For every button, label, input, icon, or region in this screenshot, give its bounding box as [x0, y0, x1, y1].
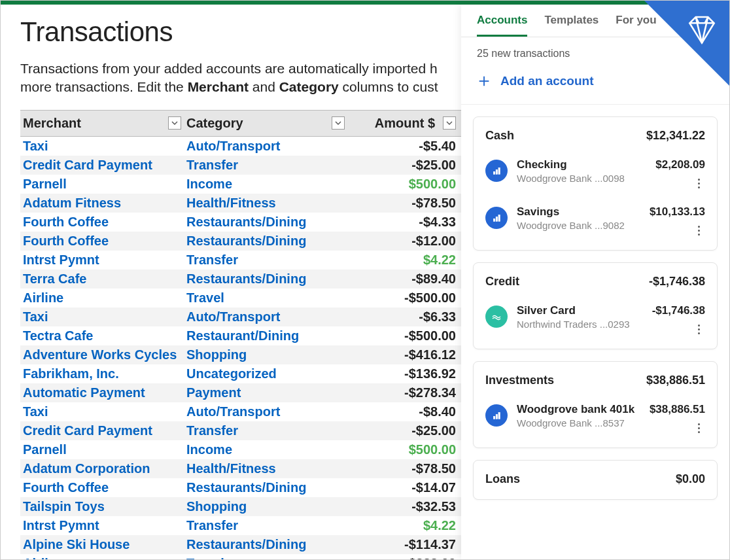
- merchant-cell[interactable]: Adventure Works Cycles: [20, 345, 184, 364]
- amount-cell: -$78.50: [347, 459, 459, 478]
- category-cell[interactable]: Restaurants/Dining: [184, 478, 347, 497]
- merchant-cell[interactable]: Fabrikham, Inc.: [20, 364, 184, 383]
- table-row[interactable]: Tailspin ToysShopping-$32.53Ch: [20, 497, 461, 516]
- col-header-category[interactable]: Category: [184, 110, 347, 136]
- svg-rect-3: [496, 170, 497, 175]
- category-cell[interactable]: Shopping: [184, 497, 347, 516]
- category-cell[interactable]: Auto/Transport: [184, 136, 347, 156]
- category-cell[interactable]: Transfer: [184, 516, 347, 535]
- tab-accounts[interactable]: Accounts: [477, 14, 527, 37]
- table-row[interactable]: Alpine Ski HouseRestaurants/Dining-$114.…: [20, 535, 461, 554]
- category-cell[interactable]: Health/Fitness: [184, 194, 347, 213]
- table-row[interactable]: Fourth CoffeeRestaurants/Dining-$12.00Ch: [20, 232, 461, 251]
- group-total: $12,341.22: [646, 129, 705, 143]
- account-row[interactable]: Silver CardNorthwind Traders ...0293-$1,…: [485, 298, 705, 345]
- merchant-cell[interactable]: Credit Card Payment: [20, 156, 184, 175]
- table-row[interactable]: ParnellIncome$500.00Ch: [20, 440, 461, 459]
- category-cell[interactable]: Restaurants/Dining: [184, 232, 347, 251]
- category-cell[interactable]: Transfer: [184, 421, 347, 440]
- category-cell[interactable]: Transfer: [184, 251, 347, 270]
- merchant-cell[interactable]: Taxi: [20, 136, 184, 156]
- dropdown-icon[interactable]: [443, 116, 456, 130]
- kebab-icon[interactable]: [692, 323, 705, 336]
- table-row[interactable]: Automatic PaymentPayment-$278.34Ch: [20, 383, 461, 402]
- merchant-cell[interactable]: Tectra Cafe: [20, 326, 184, 345]
- merchant-cell[interactable]: Automatic Payment: [20, 383, 184, 402]
- kebab-icon[interactable]: [692, 224, 705, 237]
- col-header-amount[interactable]: Amount $: [347, 110, 459, 136]
- merchant-cell[interactable]: Intrst Pymnt: [20, 516, 184, 535]
- table-row[interactable]: TaxiAuto/Transport-$8.40Ch: [20, 402, 461, 421]
- category-cell[interactable]: Uncategorized: [184, 364, 347, 383]
- table-row[interactable]: Fabrikham, Inc.Uncategorized-$136.92Ch: [20, 364, 461, 383]
- accounts-panel: Accounts Templates For you 25 new transa…: [461, 5, 729, 559]
- tab-templates[interactable]: Templates: [544, 14, 599, 37]
- merchant-cell[interactable]: Intrst Pymnt: [20, 251, 184, 270]
- merchant-cell[interactable]: Airline: [20, 554, 184, 559]
- table-row[interactable]: TaxiAuto/Transport-$5.40Ch: [20, 136, 461, 156]
- table-row[interactable]: Intrst PymntTransfer$4.22Sa: [20, 516, 461, 535]
- account-institution: Woodgrove Bank ...8537: [517, 417, 640, 429]
- category-cell[interactable]: Transfer: [184, 156, 347, 175]
- merchant-cell[interactable]: Taxi: [20, 307, 184, 326]
- account-group-card: Credit-$1,746.38Silver CardNorthwind Tra…: [473, 262, 718, 349]
- merchant-cell[interactable]: Adatum Fitness: [20, 194, 184, 213]
- plus-icon: [477, 74, 491, 88]
- kebab-icon[interactable]: [692, 177, 705, 190]
- subtitle-text: columns to cust: [339, 79, 438, 94]
- table-row[interactable]: Adatum CorporationHealth/Fitness-$78.50C…: [20, 459, 461, 478]
- dropdown-icon[interactable]: [168, 116, 181, 130]
- category-cell[interactable]: Travel: [184, 289, 347, 307]
- table-row[interactable]: Adventure Works CyclesShopping-$416.12Cr: [20, 345, 461, 364]
- kebab-icon[interactable]: [692, 421, 705, 434]
- table-row[interactable]: Credit Card PaymentTransfer-$25.00Sa: [20, 421, 461, 440]
- category-cell[interactable]: Restaurants/Dining: [184, 270, 347, 289]
- account-row[interactable]: Woodgrove bank 401kWoodgrove Bank ...853…: [485, 396, 705, 444]
- bank-icon: [485, 207, 508, 229]
- merchant-cell[interactable]: Terra Cafe: [20, 270, 184, 289]
- table-row[interactable]: Intrst PymntTransfer$4.22Sa: [20, 251, 461, 270]
- category-cell[interactable]: Shopping: [184, 345, 347, 364]
- amount-cell: -$114.37: [347, 535, 459, 554]
- merchant-cell[interactable]: Fourth Coffee: [20, 232, 184, 251]
- merchant-cell[interactable]: Credit Card Payment: [20, 421, 184, 440]
- category-cell[interactable]: Restaurants/Dining: [184, 213, 347, 232]
- subtitle-text: more transactions. Edit the: [20, 79, 188, 94]
- category-cell[interactable]: Income: [184, 440, 347, 459]
- merchant-cell[interactable]: Airline: [20, 289, 184, 307]
- category-cell[interactable]: Auto/Transport: [184, 402, 347, 421]
- category-cell[interactable]: Auto/Transport: [184, 307, 347, 326]
- merchant-cell[interactable]: Alpine Ski House: [20, 535, 184, 554]
- account-name: Silver Card: [517, 304, 643, 317]
- amount-cell: $4.22: [347, 516, 459, 535]
- merchant-cell[interactable]: Tailspin Toys: [20, 497, 184, 516]
- category-cell[interactable]: Travel: [184, 554, 347, 559]
- merchant-cell[interactable]: Adatum Corporation: [20, 459, 184, 478]
- table-row[interactable]: Adatum FitnessHealth/Fitness-$78.50Cr: [20, 194, 461, 213]
- merchant-cell[interactable]: Taxi: [20, 402, 184, 421]
- category-cell[interactable]: Payment: [184, 383, 347, 402]
- category-cell[interactable]: Health/Fitness: [184, 459, 347, 478]
- bank-icon: [485, 306, 508, 328]
- table-row[interactable]: Credit Card PaymentTransfer-$25.00Sa: [20, 156, 461, 175]
- table-row[interactable]: ParnellIncome$500.00Ch: [20, 175, 461, 194]
- table-row[interactable]: TaxiAuto/Transport-$6.33Ch: [20, 307, 461, 326]
- merchant-cell[interactable]: Parnell: [20, 175, 184, 194]
- group-total: $38,886.51: [646, 374, 705, 387]
- table-row[interactable]: Fourth CoffeeRestaurants/Dining-$14.07Ch: [20, 478, 461, 497]
- merchant-cell[interactable]: Parnell: [20, 440, 184, 459]
- table-row[interactable]: Fourth CoffeeRestaurants/Dining-$4.33Ch: [20, 213, 461, 232]
- table-row[interactable]: Terra CafeRestaurants/Dining-$89.40Ch: [20, 270, 461, 289]
- category-cell[interactable]: Restaurants/Dining: [184, 535, 347, 554]
- table-row[interactable]: AirlineTravel-$500.00Cr: [20, 289, 461, 307]
- merchant-cell[interactable]: Fourth Coffee: [20, 478, 184, 497]
- dropdown-icon[interactable]: [332, 116, 345, 130]
- account-row[interactable]: CheckingWoodgrove Bank ...0098$2,208.09: [485, 152, 705, 199]
- category-cell[interactable]: Restaurant/Dining: [184, 326, 347, 345]
- account-row[interactable]: SavingsWoodgrove Bank ...9082$10,133.13: [485, 199, 705, 246]
- merchant-cell[interactable]: Fourth Coffee: [20, 213, 184, 232]
- table-row[interactable]: AirlineTravel-$333.00Ch: [20, 554, 461, 559]
- table-row[interactable]: Tectra CafeRestaurant/Dining-$500.00Ch: [20, 326, 461, 345]
- col-header-merchant[interactable]: Merchant: [20, 110, 184, 136]
- category-cell[interactable]: Income: [184, 175, 347, 194]
